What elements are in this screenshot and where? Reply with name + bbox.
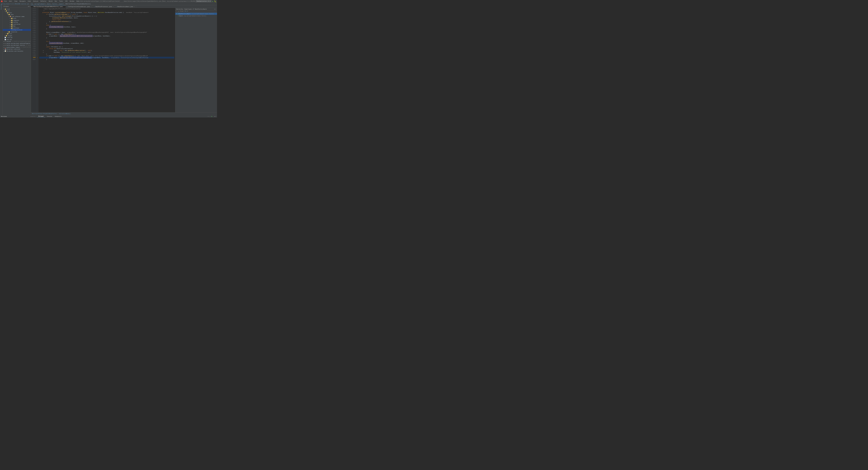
memory-settings-icon[interactable]: ⚙ [214, 116, 215, 117]
tree-label: hello-spring-boot-starter [6, 44, 25, 46]
breadcrumb-sep-4: › [51, 3, 52, 4]
hierarchy-settings-icon[interactable]: ⚙ [214, 8, 215, 10]
services-settings-icon[interactable]: ⚙ [32, 116, 32, 117]
tree-item-main[interactable]: ▼ 📁 main [3, 12, 31, 13]
memory-close-icon[interactable]: ✕ [215, 116, 216, 117]
tab-endpoints[interactable]: Endpoints [54, 115, 63, 118]
code-content[interactable]: //@see #applyBeanPostProcessorsAfterInit… [38, 8, 175, 112]
hier-tool-1[interactable]: ↑ [176, 11, 177, 12]
code-editor[interactable]: 1773 1774 1775 1776 1777 1778 1779 1780 … [31, 8, 175, 112]
scope-all[interactable]: All ▼ [185, 11, 188, 12]
tree-item-java[interactable]: ▼ 📁 java [3, 13, 31, 15]
structure-icon[interactable]: Structure [0, 6, 2, 8]
folder-icon: 📁 [11, 22, 13, 23]
menu-help[interactable]: Help [76, 0, 80, 2]
chevron-icon: ▶ [4, 44, 4, 46]
tree-item-mybatis[interactable]: ▶ 🗂 mybatisDemo [demo] E:\OneDrive\JavaP… [3, 46, 31, 49]
run-button[interactable]: ▶ [212, 0, 213, 2]
tree-item-dao[interactable]: ▶ 📁 Dao [3, 25, 31, 27]
menu-analyze[interactable]: Analyze [33, 0, 39, 2]
tab-console[interactable]: Console [46, 115, 53, 118]
tab-configuration-class-parser[interactable]: ☕ ConfigurationClassParser.java ✕ [66, 5, 93, 8]
tree-item-crud-iml[interactable]: 📄 crud.iml [3, 37, 31, 39]
tree-item-package[interactable]: ▼ 📦 com.refactor.demo [3, 15, 31, 18]
line-num-1776: 1776 [31, 13, 37, 15]
menu-code[interactable]: Code [27, 0, 31, 2]
tab-abstract-autowire[interactable]: ☕ AbstractAutowireCapableBeanFactory.jav… [31, 5, 66, 8]
tree-item-demoapplication[interactable]: ☕ DemoApplication [3, 29, 31, 31]
tree-item-src[interactable]: ▼ 📁 src [3, 10, 31, 12]
breadcrumb-org[interactable]: org [31, 3, 33, 4]
menu-vcs[interactable]: VCS [65, 0, 68, 2]
debug-step-over-icon[interactable]: ↷ [208, 116, 209, 117]
tree-item-test[interactable]: ▶ 📁 test [3, 33, 31, 35]
hierarchy-bean-factory-aware[interactable]: ▼ ● BeanFactoryAware org.springframework… [176, 13, 217, 15]
gutter: → [37, 8, 38, 112]
hierarchy-close-icon[interactable]: ✕ [215, 8, 216, 10]
method-breadcrumb-class[interactable]: AbstractAutowireCapableBeanFactory [32, 113, 57, 114]
hier-tool-3[interactable]: ⊕ [179, 11, 179, 12]
tree-item-target[interactable]: ▶ 📁 target [3, 35, 31, 37]
hierarchy-item-label: BeanFactoryAware [179, 13, 191, 14]
package-icon: 📦 [10, 16, 11, 18]
services-expand-icon[interactable]: ⤢ [33, 116, 34, 117]
breadcrumb-support[interactable]: support [59, 3, 64, 4]
tab-label: BeanFactoryAware.java [118, 6, 133, 7]
run-config-dropdown[interactable]: DemoApplication (1) ▼ [196, 0, 211, 2]
tree-item-starter[interactable]: ▶ 🗂 hello-spring-boot-starter E:\OneDriv… [3, 44, 31, 46]
menu-file[interactable]: File [3, 0, 7, 2]
menu-window[interactable]: Window [69, 0, 75, 2]
hierarchy-aware[interactable]: ● Aware org.springframework.beans.factor… [176, 15, 217, 17]
sidebar-close-icon[interactable]: ✕ [29, 6, 30, 7]
tree-item-autoconfigurer[interactable]: ▶ 🗂 hello-spring-boot-autoconfigurer E:\… [3, 42, 31, 44]
tree-path: E:\OneDrive\JavaProj [26, 45, 31, 46]
menu-navigate[interactable]: Navigate [19, 0, 26, 2]
tree-item-resources[interactable]: ▶ 📁 resources [3, 31, 31, 33]
tab-bean-factory-aware[interactable]: ☕ BeanFactoryAware.java ✕ [115, 5, 136, 8]
menu-refactor[interactable]: Refactor [40, 0, 47, 2]
breadcrumb-beans[interactable]: beans [47, 3, 51, 4]
tree-item-auth[interactable]: ▶ 📁 auth [3, 18, 31, 20]
debug-button[interactable]: 🐛 [214, 0, 216, 2]
tree-item-config[interactable]: ▶ 📁 config [3, 21, 31, 23]
tab-debugger[interactable]: Debugger [37, 115, 45, 118]
services-close-icon[interactable]: ✕ [34, 116, 35, 117]
hierarchy-item-label: Aware [179, 15, 183, 17]
sidebar-settings-icon[interactable]: ⚙ [28, 6, 29, 7]
tab-bean-post-processor[interactable]: ☕ BeanPostProcessor.java ✕ [93, 5, 115, 8]
tree-item-hello2[interactable]: ▶ 🗂 hello2 E:\OneDrive\JavaProject\hello… [3, 40, 31, 42]
tab-close-icon[interactable]: ✕ [64, 6, 64, 7]
hier-tool-2[interactable]: ↓ [178, 11, 178, 12]
menu-edit[interactable]: Edit [8, 0, 12, 2]
method-breadcrumb-method[interactable]: initializeBean() [59, 113, 71, 114]
file-icon: 📄 [4, 37, 6, 38]
interface-icon: ● [178, 15, 179, 17]
tree-item-pom[interactable]: 📄 pom.xml [3, 39, 31, 41]
menu-build[interactable]: Build [49, 0, 53, 2]
debug-step-out-icon[interactable]: ↑ [210, 116, 211, 117]
tree-label: Scratches and Consoles [7, 51, 23, 52]
tree-item-controller[interactable]: ▶ 📁 controller [3, 23, 31, 25]
tab-close-icon[interactable]: ✕ [113, 6, 114, 7]
line-num-1786: 1786 [31, 31, 37, 33]
debug-resume-icon[interactable]: ▶ [212, 116, 213, 117]
menu-tools[interactable]: Tools [59, 0, 64, 2]
tree-item-componet[interactable]: ▶ 📁 componet [3, 20, 31, 22]
tree-item-external-libs[interactable]: ▶ 📚 External Libraries [3, 48, 31, 50]
breadcrumb-springframework[interactable]: springframework [34, 3, 46, 4]
breadcrumb-class[interactable]: AbstractAutowireCapableBeanFactory [65, 3, 91, 4]
tree-label: target [8, 35, 12, 36]
debug-step-into-icon[interactable]: ↓ [209, 116, 210, 117]
breadcrumb-jar[interactable]: spring-beans-5.2.3.RELEASE-sources.jar [1, 3, 29, 4]
java-file-icon: ☕ [94, 6, 95, 7]
chevron-icon: ▼ [6, 12, 6, 13]
tab-close-icon[interactable]: ✕ [134, 6, 135, 7]
breadcrumb-factory[interactable]: factory [52, 3, 57, 4]
tab-close-icon[interactable]: ✕ [91, 6, 92, 7]
menu-run[interactable]: Run [54, 0, 57, 2]
tree-item-scratches[interactable]: ▶ 📝 Scratches and Consoles [3, 50, 31, 52]
menu-view[interactable]: View [14, 0, 18, 2]
tree-item-entities[interactable]: ▶ 📁 entities [3, 27, 31, 29]
tree-item-crud[interactable]: ▼ 📁 crud [3, 8, 31, 10]
services-refresh-icon[interactable]: ↺ [31, 116, 31, 117]
